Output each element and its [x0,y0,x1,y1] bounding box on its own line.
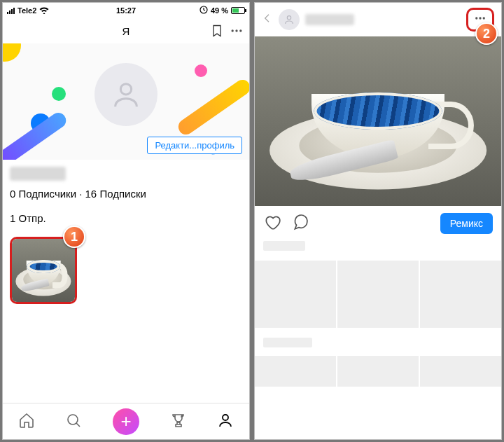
bookmark-icon[interactable] [210,24,224,40]
svg-point-3 [239,29,241,32]
post-thumbnail[interactable] [10,237,77,304]
skeleton-line [263,241,305,251]
author-name-blurred [305,14,354,25]
svg-point-4 [120,84,131,95]
post-actions: Ремикс [255,206,501,241]
home-icon[interactable] [18,412,35,431]
svg-point-9 [479,17,481,19]
callout-1: 1 [63,226,85,248]
page-title: Я [122,25,130,37]
post-detail-screen: 2 Ремикс [254,2,502,440]
grid-cell[interactable] [337,356,419,387]
post-more-button[interactable]: 2 [466,8,494,32]
author-avatar[interactable] [279,9,300,30]
signal-icon [7,8,15,14]
grid-cell[interactable] [255,261,336,328]
posts-count: 1 Отпр. [10,212,249,224]
edit-profile-button[interactable]: Редакти...профиль [147,137,242,154]
grid-cell[interactable] [420,356,501,387]
svg-point-6 [223,415,228,420]
post-header: 2 [255,3,501,36]
grid-cell[interactable] [420,261,501,328]
wifi-icon [39,6,49,15]
clock: 15:27 [116,6,136,15]
svg-point-8 [475,17,477,19]
battery-text: 49 % [211,6,228,15]
grid-cell[interactable] [337,261,419,328]
svg-point-7 [287,16,290,20]
carrier-label: Tele2 [18,6,36,15]
post-meta [255,328,501,347]
rotation-lock-icon [200,6,208,15]
comment-icon[interactable] [291,213,309,234]
battery-icon [231,7,245,14]
svg-point-1 [232,29,234,32]
profile-header: Я [3,18,249,43]
search-icon[interactable] [65,412,82,431]
callout-2: 2 [475,22,498,45]
post-thumbnail-wrap: 1 [10,237,77,304]
avatar-placeholder[interactable] [94,63,158,126]
more-icon[interactable] [230,24,244,40]
profile-icon[interactable] [217,412,234,431]
create-button[interactable]: + [113,408,139,435]
follow-stats[interactable]: 0 Подписчики · 16 Подписки [10,188,249,200]
trophy-icon[interactable] [170,412,187,431]
related-grid [255,261,501,328]
remix-button[interactable]: Ремикс [440,213,493,234]
related-grid [255,356,501,387]
profile-screen: Tele2 15:27 49 % Я Редакт [2,2,250,440]
tab-bar: + [3,403,249,439]
svg-point-10 [483,17,485,19]
svg-point-2 [235,29,237,32]
like-icon[interactable] [263,213,281,234]
back-icon[interactable] [262,13,273,27]
status-bar: Tele2 15:27 49 % [3,3,249,18]
post-image[interactable] [255,36,501,206]
svg-point-5 [68,415,78,424]
grid-cell[interactable] [255,356,336,387]
username-blurred [10,167,66,181]
skeleton-line [263,338,312,347]
post-meta [255,241,501,251]
profile-hero: Редакти...профиль [3,43,249,160]
